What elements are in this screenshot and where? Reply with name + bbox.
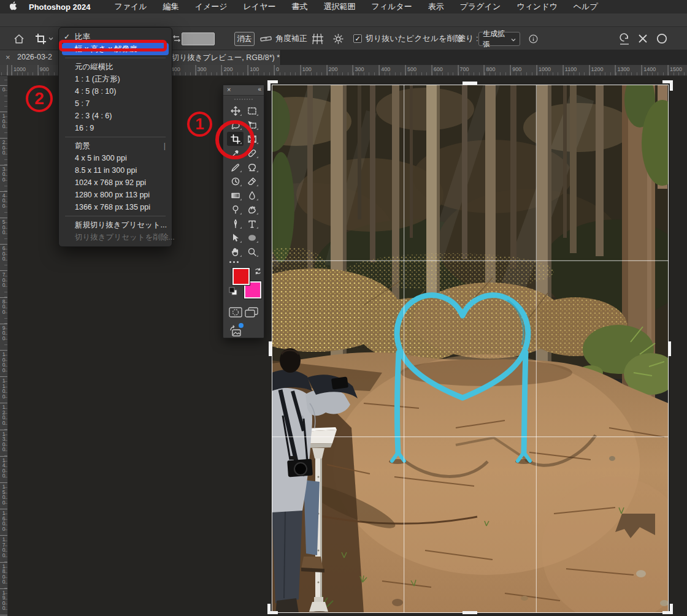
cancel-crop-icon[interactable] bbox=[638, 27, 648, 50]
brush-tool[interactable] bbox=[227, 160, 244, 174]
menu-separator bbox=[65, 58, 166, 58]
menu-item[interactable]: ✓比率 bbox=[59, 31, 172, 43]
crop-handle-top[interactable] bbox=[462, 82, 477, 85]
menu-bar-item[interactable]: フィルター bbox=[363, 2, 420, 11]
menu-item[interactable]: 1 : 1 (正方形) bbox=[59, 73, 172, 85]
swap-colors-icon[interactable] bbox=[254, 267, 262, 278]
shape-tool[interactable] bbox=[244, 230, 260, 245]
menu-bar-item[interactable]: プラグイン bbox=[452, 2, 509, 11]
ruler-label: 4 0 0 bbox=[1, 193, 7, 209]
tools-panel-header[interactable]: × « bbox=[223, 85, 264, 96]
menu-bar-item[interactable]: 書式 bbox=[283, 2, 315, 11]
crop-tool-options-icon[interactable] bbox=[35, 27, 53, 50]
burn-tool[interactable] bbox=[244, 202, 260, 216]
menu-item[interactable]: 8.5 x 11 in 300 ppi bbox=[59, 164, 172, 177]
ruler-label: 3 0 0 bbox=[1, 167, 7, 183]
crop-tool[interactable] bbox=[227, 132, 244, 146]
menu-item-label: 比率 bbox=[75, 32, 90, 41]
dodge-tool[interactable] bbox=[227, 202, 244, 216]
gear-icon[interactable] bbox=[332, 27, 344, 50]
eraser-tool[interactable] bbox=[244, 174, 260, 188]
menu-item[interactable]: 2 : 3 (4 : 6) bbox=[59, 110, 172, 122]
clone-stamp-tool[interactable] bbox=[244, 160, 260, 174]
delete-pixels-checkbox[interactable]: ✓ bbox=[353, 34, 362, 43]
menu-item[interactable]: 1280 x 800 px 113 ppi bbox=[59, 189, 172, 201]
menu-item[interactable]: 1366 x 768 px 135 ppi bbox=[59, 201, 172, 213]
ruler-label: 1 7 0 0 bbox=[1, 537, 7, 558]
gradient-tool[interactable] bbox=[227, 188, 244, 202]
menu-bar-item[interactable]: レイヤー bbox=[236, 2, 284, 11]
canvas-photo[interactable] bbox=[272, 85, 669, 613]
lasso-tool[interactable] bbox=[227, 118, 244, 132]
pen-tool[interactable] bbox=[227, 216, 244, 230]
marquee-tool[interactable] bbox=[244, 104, 260, 118]
zoom-tool[interactable] bbox=[244, 245, 260, 259]
screen-mode-icon[interactable] bbox=[245, 307, 258, 320]
path-selection-tool[interactable] bbox=[227, 230, 244, 245]
spot-healing-brush-tool[interactable] bbox=[244, 146, 260, 160]
menu-bar-item[interactable]: 選択範囲 bbox=[315, 2, 363, 11]
foreground-color-swatch[interactable] bbox=[232, 268, 250, 285]
crop-handle-left[interactable] bbox=[269, 341, 272, 356]
menu-item[interactable]: 新規切り抜きプリセット... bbox=[59, 219, 172, 231]
fill-label: 塗り : bbox=[458, 27, 478, 50]
swap-dimensions-icon[interactable] bbox=[173, 27, 180, 50]
move-tool[interactable] bbox=[227, 104, 244, 118]
info-icon[interactable] bbox=[529, 27, 538, 50]
collapse-panel-icon[interactable]: « bbox=[258, 86, 261, 93]
overlay-grid-icon[interactable] bbox=[312, 27, 324, 50]
app-name[interactable]: Photoshop 2024 bbox=[29, 2, 90, 12]
frame-tool[interactable] bbox=[244, 132, 260, 146]
ruler-label: 700 bbox=[460, 66, 469, 72]
crop-handle-bottom[interactable] bbox=[462, 611, 477, 614]
menu-item[interactable]: 元の縦横比 bbox=[59, 61, 172, 73]
menu-item[interactable]: 幅 x 高さ x 解像度 bbox=[62, 43, 169, 55]
type-tool[interactable] bbox=[244, 216, 260, 230]
quick-mask-icon[interactable] bbox=[229, 307, 242, 320]
menu-item-label: 新規切り抜きプリセット... bbox=[75, 221, 167, 229]
menu-item[interactable]: 4 : 5 (8 : 10) bbox=[59, 85, 172, 97]
menu-item[interactable]: 前景| bbox=[59, 140, 172, 152]
whats-new-icon[interactable] bbox=[229, 325, 242, 337]
menu-bar-item[interactable]: ウィンドウ bbox=[509, 2, 566, 11]
menu-item[interactable]: 5 : 7 bbox=[59, 97, 172, 110]
crop-handle-bottom-left[interactable] bbox=[267, 604, 278, 614]
smudge-tool[interactable] bbox=[244, 188, 260, 202]
object-selection-tool[interactable] bbox=[244, 118, 260, 132]
ruler-label: 500 bbox=[407, 66, 416, 72]
reset-icon[interactable] bbox=[618, 27, 631, 50]
default-colors-icon[interactable] bbox=[229, 287, 237, 298]
close-tab-icon[interactable]: × bbox=[6, 53, 10, 62]
vertical-ruler[interactable]: 01 0 02 0 03 0 04 0 05 0 06 0 07 0 08 0 … bbox=[0, 76, 8, 616]
menu-bar-item[interactable]: 編集 bbox=[155, 2, 187, 11]
hand-tool[interactable] bbox=[227, 245, 244, 259]
close-panel-icon[interactable]: × bbox=[227, 86, 231, 93]
clear-button[interactable]: 消去 bbox=[234, 32, 255, 46]
edit-toolbar-icon[interactable] bbox=[229, 261, 264, 263]
straighten-button[interactable]: 角度補正 bbox=[260, 27, 307, 50]
menu-item[interactable]: 1024 x 768 px 92 ppi bbox=[59, 177, 172, 189]
panel-grip[interactable] bbox=[234, 97, 253, 102]
crop-handle-right[interactable] bbox=[668, 341, 671, 356]
tab-title-left: 2026-03-2 bbox=[17, 53, 52, 61]
menu-bar-item[interactable]: ファイル bbox=[106, 2, 155, 11]
menu-item-label: 5 : 7 bbox=[75, 99, 90, 108]
macos-menu-bar: Photoshop 2024 ファイル編集イメージレイヤー書式選択範囲フィルター… bbox=[0, 0, 687, 13]
menu-item-label: 1280 x 800 px 113 ppi bbox=[75, 191, 150, 199]
menu-item[interactable]: 4 x 5 in 300 ppi bbox=[59, 152, 172, 164]
eyedropper-tool[interactable] bbox=[227, 146, 244, 160]
menu-bar-item[interactable]: 表示 bbox=[420, 2, 452, 11]
menu-bar-item[interactable]: イメージ bbox=[187, 2, 236, 11]
crop-handle-top-right[interactable] bbox=[662, 80, 673, 91]
commit-crop-icon[interactable] bbox=[656, 27, 667, 50]
fill-select[interactable]: 生成拡張 bbox=[478, 32, 520, 46]
menu-bar-item[interactable]: ヘルプ bbox=[566, 2, 606, 11]
history-brush-tool[interactable] bbox=[227, 174, 244, 188]
crop-handle-top-left[interactable] bbox=[267, 80, 278, 91]
ruler-label: 900 bbox=[512, 66, 521, 72]
crop-handle-bottom-right[interactable] bbox=[662, 604, 673, 614]
home-icon[interactable] bbox=[13, 27, 25, 50]
menu-item[interactable]: 16 : 9 bbox=[59, 122, 172, 134]
crop-height-input[interactable] bbox=[182, 32, 215, 45]
apple-logo-icon[interactable] bbox=[10, 1, 18, 12]
